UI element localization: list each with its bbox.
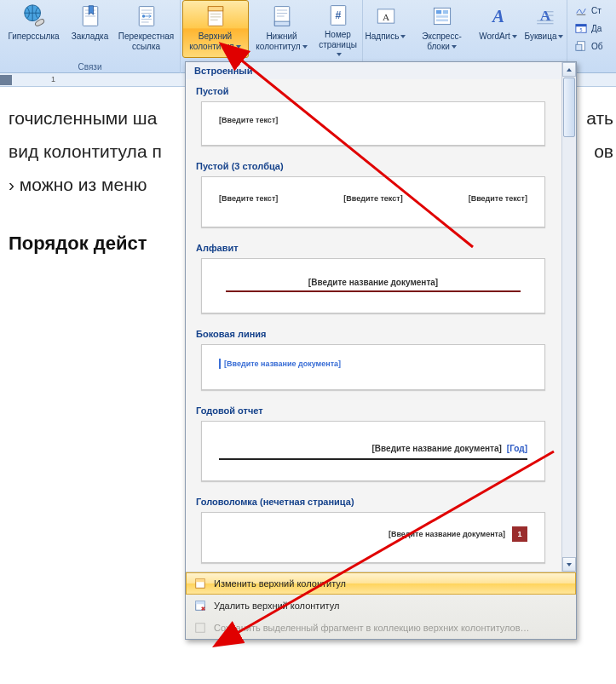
pagenum-button[interactable]: # Номер страницы [315, 0, 361, 58]
wordart-icon: A [485, 3, 512, 30]
gallery-section-builtin: Встроенный [186, 62, 561, 79]
gallery-item-alphabet[interactable]: Алфавит [Введите название документа] [186, 236, 561, 313]
bookmark-label: Закладка [72, 32, 108, 42]
svg-rect-14 [436, 10, 441, 14]
doc-line-1: гочисленными ша [9, 102, 157, 135]
header-label: Верхний колонтитул [185, 32, 246, 51]
svg-rect-28 [196, 601, 205, 605]
datetime-label: Да [591, 24, 602, 33]
ph-blank: [Введите текст] [219, 116, 278, 124]
svg-rect-29 [196, 624, 205, 633]
ph-puzzle: [Введите название документа] [389, 530, 505, 538]
crossref-button[interactable]: Перекрестная ссылка [113, 0, 180, 58]
svg-text:5: 5 [580, 27, 583, 32]
footer-page-icon [268, 3, 296, 30]
gallery-title-blank3: Пустой (3 столбца) [186, 154, 561, 175]
gallery-item-annual[interactable]: Годовой отчет [Введите название документ… [186, 399, 561, 481]
svg-rect-6 [208, 7, 223, 11]
save-selection-icon [193, 621, 207, 635]
gallery-item-sideline[interactable]: Боковая линия [Введите название документ… [186, 322, 561, 390]
gallery-item-puzzle[interactable]: Головоломка (нечетная страница) [Введите… [186, 490, 561, 563]
gallery-item-blank3[interactable]: Пустой (3 столбца) [Введите текст] [Введ… [186, 154, 561, 227]
crossref-page-icon [133, 3, 160, 30]
ph-alphabet: [Введите название документа] [226, 274, 521, 292]
preview-sideline: [Введите название документа] [201, 344, 545, 390]
gallery-title-sideline: Боковая линия [186, 322, 561, 342]
header-gallery-dropdown: Встроенный Пустой [Введите текст] Пустой… [185, 61, 577, 640]
edit-header-icon [193, 577, 207, 590]
signature-label: Ст [591, 6, 602, 15]
gallery-title-annual: Годовой отчет [186, 399, 561, 419]
textbox-button[interactable]: A Надпись [363, 0, 409, 58]
chevron-down-icon [512, 35, 517, 38]
save-selection-label: Сохранить выделенный фрагмент в коллекци… [214, 623, 530, 633]
remove-header-item[interactable]: Удалить верхний колонтитул [186, 595, 576, 617]
edit-header-item[interactable]: Изменить верхний колонтитул [186, 572, 576, 595]
quickparts-label: Экспресс-блоки [412, 32, 473, 51]
header-button[interactable]: Верхний колонтитул [182, 0, 249, 58]
gallery-footer: Изменить верхний колонтитул Удалить верх… [186, 572, 576, 639]
ruler-number: 1 [51, 75, 55, 83]
gallery-title-blank: Пустой [186, 79, 561, 100]
ph-annual-year: [Год] [507, 444, 527, 453]
quickparts-button[interactable]: Экспресс-блоки [409, 0, 475, 58]
sideline-bar [219, 359, 221, 369]
chevron-down-icon [400, 35, 406, 38]
hyperlink-button[interactable]: Гиперссылка [1, 0, 67, 58]
object-button[interactable]: Об [571, 37, 607, 55]
bookmark-button[interactable]: Закладка [67, 0, 113, 58]
remove-header-label: Удалить верхний колонтитул [214, 601, 339, 611]
links-group-label: Связи [2, 61, 178, 73]
ph-sideline: [Введите название документа] [224, 359, 341, 368]
puzzle-pagenum: 1 [512, 526, 527, 542]
svg-point-4 [141, 14, 145, 18]
quickparts-icon [429, 3, 456, 30]
scroll-up-button[interactable] [562, 62, 576, 77]
edit-header-label: Изменить верхний колонтитул [214, 578, 346, 589]
object-label: Об [591, 42, 603, 51]
chevron-down-icon [452, 45, 457, 49]
preview-alphabet: [Введите название документа] [201, 258, 545, 313]
save-selection-item: Сохранить выделенный фрагмент в коллекци… [186, 617, 576, 639]
footer-button[interactable]: Нижний колонтитул [249, 0, 315, 58]
gallery-scrollbar[interactable] [561, 62, 576, 572]
textbox-label: Надпись [366, 32, 406, 42]
dropcap-icon: A [531, 3, 558, 30]
hyperlink-label: Гиперссылка [8, 32, 59, 42]
scroll-down-button[interactable] [562, 557, 576, 572]
preview-blank: [Введите текст] [201, 101, 545, 146]
gallery-scroll-area: Встроенный Пустой [Введите текст] Пустой… [186, 62, 576, 572]
scroll-thumb[interactable] [563, 78, 575, 137]
globe-chain-icon [20, 3, 48, 30]
gallery-item-blank[interactable]: Пустой [Введите текст] [186, 79, 561, 146]
gallery-title-alphabet: Алфавит [186, 236, 561, 256]
svg-text:A: A [490, 6, 504, 26]
wordart-button[interactable]: A WordArt [475, 0, 521, 58]
ph-blank3-1: [Введите текст] [219, 194, 278, 203]
signature-line-button[interactable]: Ст [571, 2, 607, 19]
doc-line-2r: ов [594, 135, 613, 169]
dropcap-label: Буквица [525, 32, 564, 42]
ph-annual: [Введите название документа] [372, 444, 502, 453]
chevron-down-icon [558, 35, 563, 38]
datetime-button[interactable]: 5 Да [571, 20, 607, 37]
remove-header-icon [193, 599, 207, 612]
gallery-title-puzzle: Головоломка (нечетная страница) [186, 490, 561, 510]
chevron-down-icon [337, 53, 342, 56]
calendar-icon: 5 [574, 21, 588, 35]
doc-line-2: вид колонтитула п [9, 135, 162, 169]
svg-text:A: A [382, 12, 389, 22]
header-page-icon [202, 3, 229, 30]
preview-blank3: [Введите текст] [Введите текст] [Введите… [201, 176, 545, 227]
preview-annual: [Введите название документа] [Год] [201, 421, 545, 481]
ribbon-group-links: Гиперссылка Закладка Перекрестная ссылка… [0, 0, 181, 73]
signature-icon [574, 3, 588, 17]
svg-rect-16 [436, 15, 448, 18]
dropcap-button[interactable]: A Буквица [521, 0, 567, 58]
wordart-label: WordArt [479, 32, 517, 42]
chevron-down-icon [236, 45, 241, 49]
ph-blank3-2: [Введите текст] [343, 194, 402, 203]
preview-puzzle: [Введите название документа] 1 [201, 512, 545, 563]
footer-label: Нижний колонтитул [251, 32, 313, 51]
svg-rect-17 [436, 20, 448, 22]
